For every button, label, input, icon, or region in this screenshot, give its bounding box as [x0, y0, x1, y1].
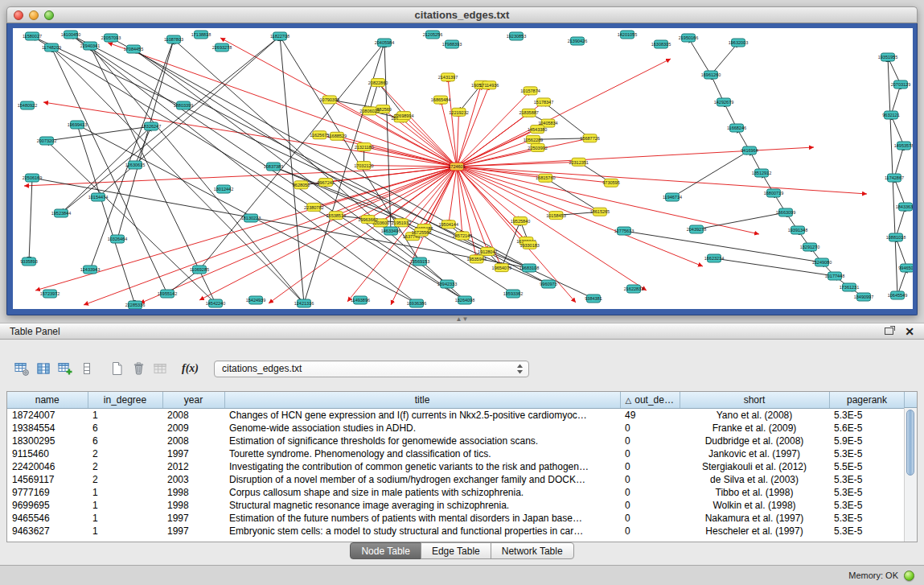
table-cell-short[interactable]: Stergiakouli et al. (2012): [680, 460, 829, 473]
table-row[interactable]: 969969511998Structural magnetic resonanc…: [7, 499, 905, 512]
table-cell-year[interactable]: 1997: [162, 512, 224, 525]
tab-network-table[interactable]: Network Table: [491, 542, 574, 559]
table-cell-pagerank[interactable]: 5.9E-5: [829, 435, 905, 447]
table-cell-in_degree[interactable]: 1: [88, 408, 162, 422]
table-cell-short[interactable]: Franke et al. (2009): [680, 422, 829, 435]
table-cell-name[interactable]: 18300295: [7, 435, 88, 447]
table-cell-year[interactable]: 2009: [162, 422, 224, 435]
table-cell-year[interactable]: 2012: [162, 460, 224, 473]
network-canvas[interactable]: 1724601223123519730595168157601861526510…: [13, 28, 913, 309]
table-cell-name[interactable]: 9777169: [7, 486, 88, 499]
table-cell-out_degree[interactable]: 0: [620, 486, 680, 499]
memory-indicator-icon[interactable]: [904, 571, 914, 581]
delete-table-button[interactable]: [128, 359, 150, 378]
table-cell-short[interactable]: Nakamura et al. (1997): [680, 512, 829, 525]
table-cell-pagerank[interactable]: 5.3E-5: [829, 447, 905, 460]
window-titlebar[interactable]: citations_edges.txt: [6, 6, 918, 23]
table-cell-name[interactable]: 9699695: [7, 499, 88, 512]
table-row[interactable]: 1456911722003Disruption of a novel membe…: [7, 473, 905, 486]
table-cell-pagerank[interactable]: 5.3E-5: [829, 408, 905, 422]
table-cell-pagerank[interactable]: 5.6E-5: [829, 422, 905, 435]
split-divider[interactable]: ▲▼: [0, 315, 924, 323]
table-cell-title[interactable]: Embryonic stem cells: a model to study s…: [224, 525, 620, 538]
table-cell-in_degree[interactable]: 6: [88, 422, 162, 435]
table-cell-short[interactable]: Jankovic et al. (1997): [680, 447, 829, 460]
table-cell-name[interactable]: 9465546: [7, 512, 88, 525]
column-header-short[interactable]: short: [680, 392, 829, 408]
select-columns-button[interactable]: [33, 359, 55, 378]
tab-edge-table[interactable]: Edge Table: [421, 542, 491, 559]
new-document-button[interactable]: [106, 359, 128, 378]
zoom-button[interactable]: [44, 10, 54, 20]
column-header-out_degree[interactable]: △out_de…: [620, 392, 680, 408]
table-selector[interactable]: citations_edges.txt: [214, 360, 529, 377]
column-header-pagerank[interactable]: pagerank: [829, 392, 905, 408]
table-cell-out_degree[interactable]: 0: [620, 447, 680, 460]
table-row[interactable]: 1872400712008Changes of HCN gene express…: [7, 408, 905, 422]
table-cell-out_degree[interactable]: 0: [620, 499, 680, 512]
table-cell-short[interactable]: Dudbridge et al. (2008): [680, 435, 829, 447]
table-cell-name[interactable]: 19384554: [7, 422, 88, 435]
table-cell-pagerank[interactable]: 5.3E-5: [829, 525, 905, 538]
table-row[interactable]: 946362711997Embryonic stem cells: a mode…: [7, 525, 905, 538]
table-cell-out_degree[interactable]: 0: [620, 512, 680, 525]
table-cell-title[interactable]: Genome-wide association studies in ADHD.: [224, 422, 620, 435]
close-button[interactable]: [14, 10, 23, 20]
tab-node-table[interactable]: Node Table: [350, 542, 421, 559]
table-row[interactable]: 946554611997Estimation of the future num…: [7, 512, 905, 525]
table-cell-out_degree[interactable]: 0: [620, 435, 680, 447]
table-cell-in_degree[interactable]: 1: [88, 486, 162, 499]
table-cell-pagerank[interactable]: 5.3E-5: [829, 512, 905, 525]
table-cell-title[interactable]: Investigating the contribution of common…: [224, 460, 620, 473]
float-panel-button[interactable]: [885, 328, 893, 335]
table-row[interactable]: 1830029562008Estimation of significance …: [7, 435, 905, 447]
table-cell-year[interactable]: 2008: [162, 408, 224, 422]
table-row[interactable]: 1938455462009Genome-wide association stu…: [7, 422, 905, 435]
table-cell-year[interactable]: 2008: [162, 435, 224, 447]
table-cell-pagerank[interactable]: 5.3E-5: [829, 473, 905, 486]
table-row[interactable]: 977716911998Corpus callosum shape and si…: [7, 486, 905, 499]
table-cell-year[interactable]: 1998: [162, 486, 224, 499]
table-cell-name[interactable]: 9115460: [7, 447, 88, 460]
minimize-button[interactable]: [29, 10, 39, 20]
table-cell-short[interactable]: Hescheler et al. (1997): [680, 525, 829, 538]
table-cell-short[interactable]: Wolkin et al. (1998): [680, 499, 829, 512]
table-cell-out_degree[interactable]: 0: [620, 473, 680, 486]
table-cell-short[interactable]: Yano et al. (2008): [680, 408, 829, 422]
table-cell-pagerank[interactable]: 5.3E-5: [829, 486, 905, 499]
table-cell-title[interactable]: Disruption of a novel member of a sodium…: [224, 473, 620, 486]
table-cell-year[interactable]: 1998: [162, 499, 224, 512]
table-cell-name[interactable]: 9463627: [7, 525, 88, 538]
table-cell-in_degree[interactable]: 2: [88, 460, 162, 473]
scrollbar-thumb[interactable]: [906, 410, 914, 476]
table-cell-out_degree[interactable]: 0: [620, 422, 680, 435]
column-header-name[interactable]: name: [7, 392, 88, 408]
row-tools-button[interactable]: [76, 359, 98, 378]
table-cell-title[interactable]: Changes of HCN gene expression and I(f) …: [224, 408, 620, 422]
table-disabled-button[interactable]: [150, 359, 171, 378]
table-cell-year[interactable]: 1997: [162, 447, 224, 460]
close-panel-button[interactable]: ✕: [905, 326, 914, 337]
table-cell-out_degree[interactable]: 49: [620, 408, 680, 422]
table-cell-title[interactable]: Estimation of significance thresholds fo…: [224, 435, 620, 447]
import-table-button[interactable]: [55, 359, 76, 378]
table-cell-pagerank[interactable]: 5.5E-5: [829, 460, 905, 473]
table-cell-short[interactable]: Tibbo et al. (1998): [680, 486, 829, 499]
table-cell-year[interactable]: 2003: [162, 473, 224, 486]
table-cell-title[interactable]: Estimation of the future numbers of pati…: [224, 512, 620, 525]
table-cell-in_degree[interactable]: 1: [88, 499, 162, 512]
table-scrollbar[interactable]: [904, 408, 917, 542]
table-cell-in_degree[interactable]: 1: [88, 512, 162, 525]
table-settings-button[interactable]: [11, 359, 33, 378]
table-row[interactable]: 911546021997Tourette syndrome. Phenomeno…: [7, 447, 905, 460]
column-header-title[interactable]: title: [224, 392, 620, 408]
table-cell-out_degree[interactable]: 0: [620, 525, 680, 538]
table-cell-in_degree[interactable]: 1: [88, 525, 162, 538]
table-row[interactable]: 2242004622012Investigating the contribut…: [7, 460, 905, 473]
table-cell-title[interactable]: Corpus callosum shape and size in male p…: [224, 486, 620, 499]
table-cell-year[interactable]: 1997: [162, 525, 224, 538]
table-cell-name[interactable]: 22420046: [7, 460, 88, 473]
table-cell-out_degree[interactable]: 0: [620, 460, 680, 473]
table-cell-title[interactable]: Structural magnetic resonance image aver…: [224, 499, 620, 512]
column-header-in_degree[interactable]: in_degree: [88, 392, 162, 408]
